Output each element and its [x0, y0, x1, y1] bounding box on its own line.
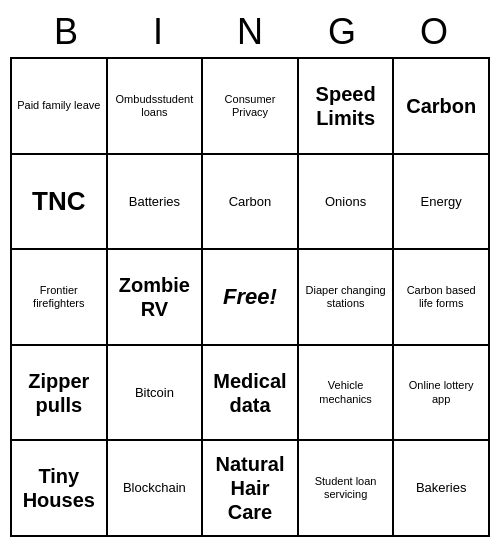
cell-text-5: TNC — [32, 186, 85, 217]
cell-text-11: Zombie RV — [112, 273, 198, 321]
bingo-cell-7: Carbon — [203, 155, 299, 251]
bingo-cell-10: Frontier firefighters — [12, 250, 108, 346]
bingo-cell-3: Speed Limits — [299, 59, 395, 155]
cell-text-9: Energy — [421, 194, 462, 210]
bingo-cell-15: Zipper pulls — [12, 346, 108, 442]
bingo-cell-24: Bakeries — [394, 441, 490, 537]
bingo-cell-8: Onions — [299, 155, 395, 251]
cell-text-13: Diaper changing stations — [303, 284, 389, 310]
cell-text-17: Medical data — [207, 369, 293, 417]
bingo-letter-n: N — [207, 11, 293, 53]
cell-text-22: Natural Hair Care — [207, 452, 293, 524]
cell-text-18: Vehicle mechanics — [303, 379, 389, 405]
cell-text-23: Student loan servicing — [303, 475, 389, 501]
cell-text-3: Speed Limits — [303, 82, 389, 130]
bingo-letter-o: O — [391, 11, 477, 53]
cell-text-20: Tiny Houses — [16, 464, 102, 512]
bingo-cell-12: Free! — [203, 250, 299, 346]
bingo-header: BINGO — [10, 7, 490, 57]
cell-text-19: Online lottery app — [398, 379, 484, 405]
bingo-cell-0: Paid family leave — [12, 59, 108, 155]
cell-text-24: Bakeries — [416, 480, 467, 496]
cell-text-6: Batteries — [129, 194, 180, 210]
bingo-cell-13: Diaper changing stations — [299, 250, 395, 346]
bingo-cell-17: Medical data — [203, 346, 299, 442]
bingo-cell-18: Vehicle mechanics — [299, 346, 395, 442]
cell-text-2: Consumer Privacy — [207, 93, 293, 119]
bingo-card: BINGO Paid family leaveOmbudsstudent loa… — [10, 7, 490, 537]
bingo-cell-4: Carbon — [394, 59, 490, 155]
bingo-letter-g: G — [299, 11, 385, 53]
bingo-grid: Paid family leaveOmbudsstudent loansCons… — [10, 57, 490, 537]
bingo-cell-2: Consumer Privacy — [203, 59, 299, 155]
cell-text-4: Carbon — [406, 94, 476, 118]
bingo-cell-21: Blockchain — [108, 441, 204, 537]
bingo-cell-23: Student loan servicing — [299, 441, 395, 537]
cell-text-7: Carbon — [229, 194, 272, 210]
bingo-letter-b: B — [23, 11, 109, 53]
bingo-cell-5: TNC — [12, 155, 108, 251]
bingo-cell-20: Tiny Houses — [12, 441, 108, 537]
cell-text-1: Ombudsstudent loans — [112, 93, 198, 119]
cell-text-16: Bitcoin — [135, 385, 174, 401]
cell-text-14: Carbon based life forms — [398, 284, 484, 310]
bingo-cell-1: Ombudsstudent loans — [108, 59, 204, 155]
bingo-cell-22: Natural Hair Care — [203, 441, 299, 537]
cell-text-12: Free! — [223, 284, 277, 310]
cell-text-15: Zipper pulls — [16, 369, 102, 417]
cell-text-21: Blockchain — [123, 480, 186, 496]
cell-text-8: Onions — [325, 194, 366, 210]
bingo-cell-11: Zombie RV — [108, 250, 204, 346]
bingo-cell-14: Carbon based life forms — [394, 250, 490, 346]
bingo-cell-16: Bitcoin — [108, 346, 204, 442]
cell-text-10: Frontier firefighters — [16, 284, 102, 310]
cell-text-0: Paid family leave — [17, 99, 100, 112]
bingo-cell-9: Energy — [394, 155, 490, 251]
bingo-letter-i: I — [115, 11, 201, 53]
bingo-cell-19: Online lottery app — [394, 346, 490, 442]
bingo-cell-6: Batteries — [108, 155, 204, 251]
